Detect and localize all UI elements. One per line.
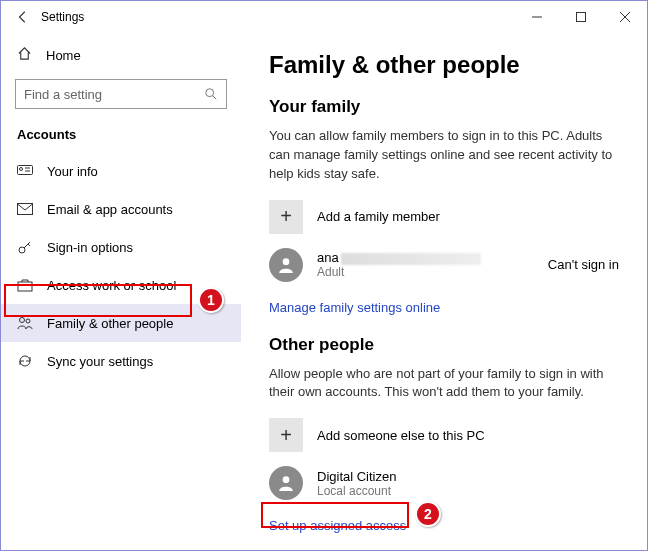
content-pane: Family & other people Your family You ca… — [241, 33, 647, 550]
svg-line-5 — [213, 96, 217, 100]
sidebar-item-signin[interactable]: Sign-in options — [1, 228, 241, 266]
nav-label: Email & app accounts — [47, 202, 173, 217]
member-name: ana — [317, 250, 481, 265]
search-icon — [204, 87, 218, 104]
back-button[interactable] — [9, 10, 37, 24]
redacted-text — [341, 253, 481, 265]
family-heading: Your family — [269, 97, 619, 117]
sync-icon — [17, 353, 33, 369]
titlebar: Settings — [1, 1, 647, 33]
family-member-row[interactable]: ana Adult Can't sign in — [269, 248, 619, 282]
add-family-member[interactable]: + Add a family member — [269, 200, 619, 234]
sidebar-item-email[interactable]: Email & app accounts — [1, 190, 241, 228]
svg-rect-1 — [577, 13, 586, 22]
page-title: Family & other people — [269, 51, 619, 79]
add-other-user[interactable]: + Add someone else to this PC — [269, 418, 619, 452]
svg-line-13 — [28, 244, 30, 246]
svg-point-18 — [283, 476, 290, 483]
svg-point-16 — [26, 319, 30, 323]
plus-icon: + — [269, 418, 303, 452]
key-icon — [17, 239, 33, 255]
avatar-icon — [269, 248, 303, 282]
nav-label: Your info — [47, 164, 98, 179]
section-heading: Accounts — [1, 119, 241, 152]
svg-point-7 — [20, 168, 23, 171]
sidebar-item-sync[interactable]: Sync your settings — [1, 342, 241, 380]
avatar-icon — [269, 466, 303, 500]
svg-point-17 — [283, 258, 290, 265]
nav-label: Sync your settings — [47, 354, 153, 369]
add-other-label: Add someone else to this PC — [317, 428, 485, 443]
svg-point-4 — [206, 89, 214, 97]
home-icon — [17, 46, 32, 64]
home-nav[interactable]: Home — [1, 37, 241, 73]
sidebar-item-your-info[interactable]: Your info — [1, 152, 241, 190]
window-controls — [515, 1, 647, 33]
add-family-label: Add a family member — [317, 209, 440, 224]
mail-icon — [17, 203, 33, 215]
svg-rect-14 — [18, 282, 32, 291]
close-button[interactable] — [603, 1, 647, 33]
other-desc: Allow people who are not part of your fa… — [269, 365, 619, 403]
nav-label: Sign-in options — [47, 240, 133, 255]
member-role: Adult — [317, 265, 481, 279]
maximize-button[interactable] — [559, 1, 603, 33]
minimize-button[interactable] — [515, 1, 559, 33]
window-title: Settings — [41, 10, 84, 24]
plus-icon: + — [269, 200, 303, 234]
other-member-name: Digital Citizen — [317, 469, 396, 484]
assigned-access-link[interactable]: Set up assigned access — [269, 518, 406, 533]
nav-label: Family & other people — [47, 316, 173, 331]
svg-point-15 — [20, 318, 25, 323]
other-member-role: Local account — [317, 484, 396, 498]
member-status: Can't sign in — [548, 257, 619, 272]
callout-badge-1: 1 — [198, 287, 224, 313]
briefcase-icon — [17, 278, 33, 292]
manage-family-link[interactable]: Manage family settings online — [269, 300, 440, 315]
family-desc: You can allow family members to sign in … — [269, 127, 619, 184]
callout-badge-2: 2 — [415, 501, 441, 527]
search-placeholder: Find a setting — [24, 87, 102, 102]
other-user-row[interactable]: Digital Citizen Local account — [269, 466, 619, 500]
person-card-icon — [17, 165, 33, 177]
search-input[interactable]: Find a setting — [15, 79, 227, 109]
home-label: Home — [46, 48, 81, 63]
people-icon — [17, 316, 33, 330]
nav-label: Access work or school — [47, 278, 176, 293]
svg-rect-10 — [18, 204, 33, 215]
other-heading: Other people — [269, 335, 619, 355]
